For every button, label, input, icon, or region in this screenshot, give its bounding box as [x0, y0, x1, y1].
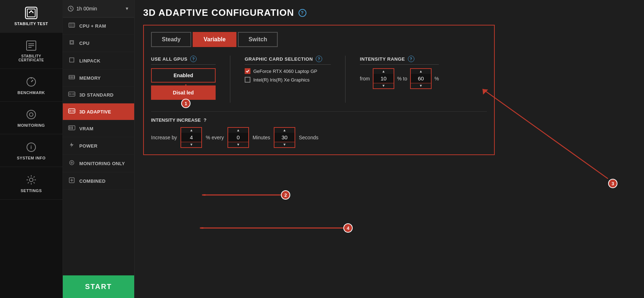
- svg-rect-38: [69, 126, 70, 129]
- nav-label-3d-standard: 3D STANDARD: [79, 92, 114, 98]
- intensity-increase-label: INTENSITY INCREASE ?: [151, 117, 487, 123]
- svg-rect-28: [74, 76, 75, 78]
- to-spinner-down[interactable]: ▼: [411, 83, 431, 88]
- use-all-gpus-label: USE ALL GPUS ?: [151, 56, 216, 65]
- tab-switch[interactable]: Switch: [238, 32, 278, 47]
- settings-icon: [25, 173, 38, 186]
- svg-rect-39: [71, 126, 71, 129]
- svg-point-34: [69, 110, 71, 112]
- gpu-selection-help-icon[interactable]: ?: [316, 56, 322, 62]
- nav-item-cpu[interactable]: CPU: [63, 34, 134, 52]
- nav-item-combined[interactable]: COMBINED: [63, 172, 134, 190]
- sidebar-item-benchmark[interactable]: BENCHMARK: [0, 69, 62, 102]
- system-info-icon: i: [25, 141, 38, 154]
- start-button[interactable]: START: [63, 275, 134, 298]
- nav-label-cpu: CPU: [79, 41, 89, 46]
- annotation-arrow-1: [185, 84, 187, 99]
- to-spinner-up[interactable]: ▲: [411, 69, 431, 74]
- from-spinner-up[interactable]: ▲: [373, 69, 394, 74]
- svg-point-30: [69, 93, 71, 95]
- svg-point-42: [70, 160, 74, 165]
- intensity-range-help-icon[interactable]: ?: [408, 56, 414, 62]
- nav-item-3d-adaptive[interactable]: 3D ADAPTIVE: [63, 103, 134, 120]
- title-help-icon[interactable]: ?: [299, 9, 306, 17]
- annotation-badge-4: 4: [343, 223, 353, 233]
- sidebar-label-stability-cert: STABILITY CERTIFICATE: [19, 54, 44, 62]
- intensity-increase-help-icon[interactable]: ?: [203, 117, 206, 123]
- nav-item-memory[interactable]: MEMORY: [63, 70, 134, 87]
- annotation-arrow-3: [479, 85, 608, 179]
- increase-spinner-up[interactable]: ▲: [181, 128, 201, 133]
- nav-item-3d-standard[interactable]: 3D STANDARD: [63, 87, 134, 103]
- mode-tabs: Steady Variable Switch: [151, 32, 487, 47]
- sidebar-item-monitoring[interactable]: MONITORING: [0, 102, 62, 134]
- time-value: 1h 00min: [76, 6, 97, 11]
- sidebar-item-system-info[interactable]: i SYSTEM INFO: [0, 134, 62, 167]
- svg-text:i: i: [30, 144, 32, 150]
- svg-rect-22: [71, 41, 73, 43]
- sidebar: STABILITY TEST STABILITY CERTIFICATE BEN…: [0, 0, 63, 298]
- config-box: Steady Variable Switch USE ALL GPUS ? En…: [143, 25, 495, 155]
- increase-spinner-down[interactable]: ▼: [181, 142, 201, 147]
- disabled-button[interactable]: Disabled: [151, 85, 216, 100]
- nav-item-linpack[interactable]: LINPACK: [63, 52, 134, 70]
- gpu-item-0: GeForce RTX 4060 Laptop GP: [245, 68, 331, 74]
- 3d-adaptive-icon: [68, 108, 76, 115]
- gpu-name-1: Intel(R) Iris(R) Xe Graphics: [253, 77, 310, 83]
- intensity-increase-section: INTENSITY INCREASE ? Increase by ▲ 4 ▼ %…: [151, 111, 487, 148]
- to-label: % to: [397, 76, 407, 82]
- nav-item-cpu-ram[interactable]: CPU + RAM: [63, 18, 134, 34]
- linpack-icon: [68, 57, 76, 64]
- minutes-spinner-up[interactable]: ▲: [228, 128, 248, 133]
- intensity-increase-row: Increase by ▲ 4 ▼ % every ▲ 0 ▼: [151, 127, 487, 148]
- annotation-badge-2: 2: [281, 190, 290, 200]
- nav-label-memory: MEMORY: [79, 75, 101, 81]
- vram-icon: [68, 125, 76, 132]
- tab-steady[interactable]: Steady: [151, 32, 191, 47]
- cpu-ram-icon: [68, 23, 76, 29]
- gpu-selection-label: GRAPHIC CARD SELECTION ?: [245, 56, 331, 65]
- seconds-spinner-up[interactable]: ▲: [274, 128, 295, 133]
- use-all-gpus-section: USE ALL GPUS ? Enabled Disabled: [151, 56, 216, 103]
- nav-label-3d-adaptive: 3D ADAPTIVE: [79, 109, 111, 115]
- annotation-arrow-4: [200, 227, 343, 229]
- combined-icon: [68, 177, 76, 185]
- annotation-badge-3: 3: [608, 179, 617, 188]
- annotation-arrow-2: [202, 194, 281, 196]
- nav-label-vram: VRAM: [79, 126, 93, 131]
- from-spinner-down[interactable]: ▼: [373, 83, 394, 88]
- from-spinner[interactable]: ▲ 10 ▼: [373, 68, 394, 89]
- nav-item-power[interactable]: POWER: [63, 137, 134, 155]
- nav-label-linpack: LINPACK: [79, 58, 100, 64]
- nav-label-monitoring-only: MONITORING ONLY: [79, 161, 125, 166]
- sidebar-label-system-info: SYSTEM INFO: [17, 156, 46, 160]
- enabled-button[interactable]: Enabled: [151, 68, 216, 83]
- gpu-checkbox-1[interactable]: [245, 77, 250, 83]
- sidebar-label-stability-test: STABILITY TEST: [14, 22, 48, 26]
- increase-value-spinner[interactable]: ▲ 4 ▼: [180, 127, 202, 148]
- svg-rect-25: [70, 76, 70, 78]
- minutes-spinner[interactable]: ▲ 0 ▼: [227, 127, 249, 148]
- minutes-spinner-down[interactable]: ▼: [228, 142, 248, 147]
- svg-rect-23: [70, 58, 74, 62]
- annotation-badge-1: 1: [181, 99, 191, 108]
- nav-label-power: POWER: [79, 143, 98, 149]
- tab-variable[interactable]: Variable: [193, 32, 236, 47]
- svg-line-16: [71, 9, 72, 9]
- seconds-spinner-down[interactable]: ▼: [274, 142, 295, 147]
- sidebar-label-monitoring: MONITORING: [18, 123, 45, 127]
- sidebar-item-settings[interactable]: SETTINGS: [0, 167, 62, 200]
- nav-item-vram[interactable]: VRAM: [63, 120, 134, 137]
- seconds-label: Seconds: [299, 135, 318, 140]
- seconds-spinner[interactable]: ▲ 30 ▼: [274, 127, 295, 148]
- to-spinner[interactable]: ▲ 60 ▼: [410, 68, 432, 89]
- from-label: from: [360, 76, 370, 82]
- time-selector[interactable]: 1h 00min ▼: [63, 0, 134, 18]
- nav-label-cpu-ram: CPU + RAM: [79, 23, 106, 29]
- config-sections-top: USE ALL GPUS ? Enabled Disabled GRAPHIC …: [151, 56, 487, 103]
- nav-item-monitoring-only[interactable]: MONITORING ONLY: [63, 155, 134, 172]
- gpu-checkbox-0[interactable]: [245, 68, 250, 74]
- use-all-gpus-help-icon[interactable]: ?: [190, 56, 197, 62]
- sidebar-item-stability-cert[interactable]: STABILITY CERTIFICATE: [0, 33, 62, 69]
- sidebar-item-stability-test[interactable]: STABILITY TEST: [0, 0, 62, 33]
